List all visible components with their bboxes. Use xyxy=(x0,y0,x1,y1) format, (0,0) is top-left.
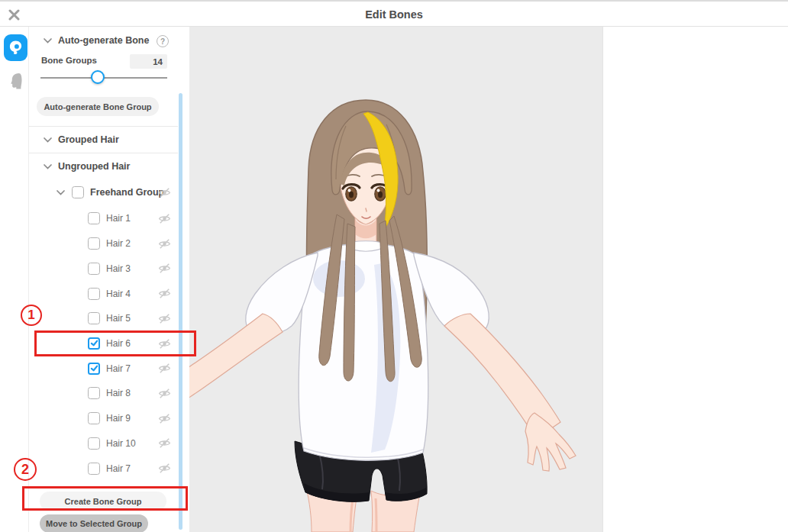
hair-item-row[interactable]: Hair 4 xyxy=(29,281,179,306)
section-ungrouped-hair[interactable]: Ungrouped Hair xyxy=(44,161,130,172)
hair-item-row[interactable]: Hair 1 xyxy=(29,206,179,231)
hair-item-label: Hair 2 xyxy=(106,238,131,249)
create-bone-group-button[interactable]: Create Bone Group xyxy=(40,492,166,511)
bone-groups-label: Bone Groups xyxy=(41,56,97,65)
section-grouped-hair[interactable]: Grouped Hair xyxy=(44,134,119,145)
character-shirt xyxy=(246,241,489,461)
hair-item-checkbox[interactable] xyxy=(88,387,100,399)
edit-bones-window: Edit Bones Auto-generate Bone ? Bone Gro… xyxy=(0,0,788,532)
freehand-group-row[interactable]: Freehand Group xyxy=(29,182,179,202)
hair-item-label: Hair 9 xyxy=(106,413,131,424)
hair-list: Hair 1 Hair 2 Hair 3 Hair 4 xyxy=(29,206,179,481)
character-preview xyxy=(189,27,602,532)
hair-item-label: Hair 7 xyxy=(106,363,131,374)
help-icon: ? xyxy=(160,37,165,46)
hair-item-row[interactable]: Hair 5 xyxy=(29,306,179,331)
section-title: Grouped Hair xyxy=(58,134,119,145)
close-button[interactable] xyxy=(7,8,21,21)
hair-item-row[interactable]: Hair 7 xyxy=(29,356,179,381)
bone-groups-slider-thumb[interactable] xyxy=(91,70,105,84)
move-to-selected-group-button[interactable]: Move to Selected Group xyxy=(40,514,148,532)
hair-item-row[interactable]: Hair 6 xyxy=(29,331,179,356)
section-auto-generate-bone[interactable]: Auto-generate Bone xyxy=(44,35,149,46)
hair-item-label: Hair 8 xyxy=(106,388,131,398)
visibility-off-icon[interactable] xyxy=(158,412,171,425)
chevron-down-icon xyxy=(44,137,52,143)
hair-item-label: Hair 10 xyxy=(106,438,136,449)
hair-item-checkbox[interactable] xyxy=(88,437,100,450)
section-title: Ungrouped Hair xyxy=(58,161,130,172)
auto-generate-bone-group-button[interactable]: Auto-generate Bone Group xyxy=(37,97,159,116)
hair-item-checkbox[interactable] xyxy=(88,363,100,375)
hair-item-label: Hair 4 xyxy=(106,289,131,299)
hair-item-row[interactable]: Hair 2 xyxy=(29,231,179,256)
chevron-down-icon xyxy=(57,190,65,195)
visibility-off-icon[interactable] xyxy=(158,337,171,350)
visibility-off-icon[interactable] xyxy=(158,287,171,300)
divider xyxy=(29,126,178,127)
hair-item-row[interactable]: Hair 7 xyxy=(29,456,179,481)
preview-canvas[interactable] xyxy=(189,27,602,532)
section-title: Auto-generate Bone xyxy=(58,35,149,46)
freehand-group-label: Freehand Group xyxy=(90,187,164,198)
hair-item-label: Hair 7 xyxy=(106,463,131,474)
hair-item-checkbox[interactable] xyxy=(88,463,100,475)
hair-item-checkbox[interactable] xyxy=(88,337,100,350)
panel-scrollbar[interactable] xyxy=(179,93,182,530)
visibility-off-icon[interactable] xyxy=(158,387,171,400)
visibility-off-icon[interactable] xyxy=(158,186,171,199)
chevron-down-icon xyxy=(44,164,52,169)
visibility-off-icon[interactable] xyxy=(158,312,171,325)
close-icon xyxy=(8,9,20,21)
face-tool-button[interactable] xyxy=(7,70,25,92)
hair-item-label: Hair 5 xyxy=(106,313,131,324)
hair-item-row[interactable]: Hair 8 xyxy=(29,381,179,406)
tool-sidebar xyxy=(0,27,29,532)
right-panel-area xyxy=(602,27,788,532)
bone-groups-value[interactable]: 14 xyxy=(130,54,167,69)
window-title: Edit Bones xyxy=(0,2,788,27)
hair-item-checkbox[interactable] xyxy=(88,263,100,275)
hair-icon xyxy=(8,40,23,56)
visibility-off-icon[interactable] xyxy=(158,462,171,475)
visibility-off-icon[interactable] xyxy=(158,437,171,450)
visibility-off-icon[interactable] xyxy=(158,362,171,375)
header-bar: Edit Bones xyxy=(0,0,788,27)
divider xyxy=(29,153,178,153)
visibility-off-icon[interactable] xyxy=(158,212,171,225)
hair-item-checkbox[interactable] xyxy=(88,412,100,424)
hair-item-row[interactable]: Hair 9 xyxy=(29,406,179,431)
visibility-off-icon[interactable] xyxy=(158,237,171,250)
hair-item-label: Hair 3 xyxy=(106,263,131,274)
hair-item-checkbox[interactable] xyxy=(88,288,100,300)
hair-item-row[interactable]: Hair 10 xyxy=(29,430,179,456)
hair-item-label: Hair 6 xyxy=(106,338,131,349)
hair-item-checkbox[interactable] xyxy=(88,237,100,250)
hair-item-checkbox[interactable] xyxy=(88,212,100,224)
hair-item-label: Hair 1 xyxy=(106,213,131,224)
face-icon xyxy=(9,72,24,90)
hair-item-checkbox[interactable] xyxy=(88,312,100,324)
hair-item-row[interactable]: Hair 3 xyxy=(29,256,179,281)
help-button[interactable]: ? xyxy=(157,35,169,47)
freehand-group-checkbox[interactable] xyxy=(72,186,84,198)
visibility-off-icon[interactable] xyxy=(158,262,171,275)
chevron-down-icon xyxy=(44,38,52,44)
hair-bone-tool-button[interactable] xyxy=(4,34,27,61)
